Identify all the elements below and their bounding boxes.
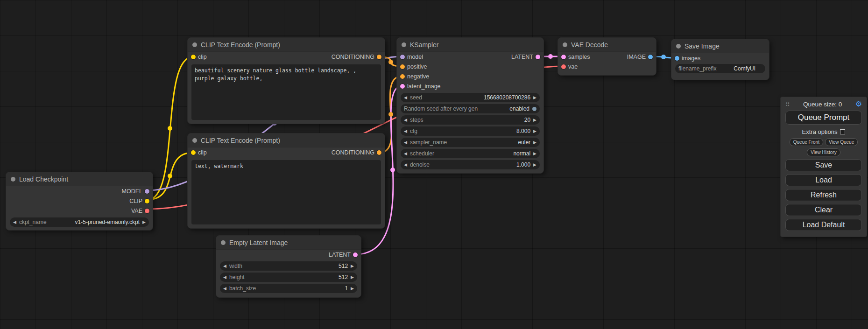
prev-arrow-icon[interactable]: ◀ xyxy=(404,96,407,100)
node-vae-decode[interactable]: VAE Decode samples IMAGE vae xyxy=(557,37,656,76)
width-widget[interactable]: ◀ width 512 ▶ xyxy=(220,261,357,271)
height-widget[interactable]: ◀ height 512 ▶ xyxy=(220,273,357,282)
view-history-button[interactable]: View History xyxy=(807,148,840,156)
negative-input-port[interactable] xyxy=(400,74,405,79)
clear-button[interactable]: Clear xyxy=(785,204,862,216)
queue-size-text: Queue size: xyxy=(803,101,837,108)
widget-label: denoise xyxy=(410,161,430,168)
input-label-clip: clip xyxy=(198,54,207,60)
filename-prefix-widget[interactable]: filename_prefix ComfyUI xyxy=(675,64,765,73)
model-output-port[interactable] xyxy=(145,189,149,194)
vae-input-port[interactable] xyxy=(561,64,566,69)
positive-input-port[interactable] xyxy=(400,64,405,69)
clip-input-port[interactable] xyxy=(191,55,196,59)
random-seed-widget[interactable]: Random seed after every gen enabled xyxy=(401,104,540,113)
queue-buttons-row: Queue Front View Queue xyxy=(785,138,862,146)
slot-row: clip CONDITIONING xyxy=(188,147,385,157)
node-title-bar[interactable]: CLIP Text Encode (Prompt) xyxy=(188,38,385,52)
next-arrow-icon[interactable]: ▶ xyxy=(533,129,536,133)
next-arrow-icon[interactable]: ▶ xyxy=(351,275,354,280)
next-arrow-icon[interactable]: ▶ xyxy=(533,152,536,156)
cfg-widget[interactable]: ◀ cfg 8.000 ▶ xyxy=(401,126,540,136)
prev-arrow-icon[interactable]: ◀ xyxy=(223,275,226,280)
prev-arrow-icon[interactable]: ◀ xyxy=(404,163,407,167)
node-title-bar[interactable]: CLIP Text Encode (Prompt) xyxy=(188,133,385,147)
prev-arrow-icon[interactable]: ◀ xyxy=(404,118,407,122)
save-button[interactable]: Save xyxy=(785,159,862,171)
next-arrow-icon[interactable]: ▶ xyxy=(142,220,146,224)
next-arrow-icon[interactable]: ▶ xyxy=(533,140,536,145)
collapse-dot[interactable] xyxy=(563,42,567,47)
prev-arrow-icon[interactable]: ◀ xyxy=(404,140,407,145)
model-input-port[interactable] xyxy=(400,55,405,59)
node-load-checkpoint[interactable]: Load Checkpoint MODEL CLIP VAE ◀ ckpt_na… xyxy=(6,172,153,231)
node-title-bar[interactable]: Save Image xyxy=(671,39,769,53)
node-save-image[interactable]: Save Image images filename_prefix ComfyU… xyxy=(671,39,769,80)
steps-widget[interactable]: ◀ steps 20 ▶ xyxy=(401,115,540,125)
widget-value: 156680208700286 xyxy=(484,94,530,101)
next-arrow-icon[interactable]: ▶ xyxy=(533,96,536,100)
node-clip-text-encode-positive[interactable]: CLIP Text Encode (Prompt) clip CONDITION… xyxy=(187,37,385,124)
prev-arrow-icon[interactable]: ◀ xyxy=(223,264,226,268)
negative-prompt-textarea[interactable]: text, watermark xyxy=(191,160,381,224)
collapse-dot[interactable] xyxy=(221,240,226,245)
node-title-bar[interactable]: KSampler xyxy=(397,38,543,52)
ckpt-name-widget[interactable]: ◀ ckpt_name v1-5-pruned-emaonly.ckpt ▶ xyxy=(10,217,149,227)
conditioning-output-port[interactable] xyxy=(377,55,381,59)
extra-options-label: Extra options xyxy=(802,128,838,135)
input-label-vae: vae xyxy=(568,63,578,70)
refresh-button[interactable]: Refresh xyxy=(785,189,862,201)
drag-handle-icon[interactable]: ⠿ xyxy=(785,101,790,108)
latent-image-input-port[interactable] xyxy=(400,84,405,89)
queue-front-button[interactable]: Queue Front xyxy=(790,138,823,146)
denoise-widget[interactable]: ◀ denoise 1.000 ▶ xyxy=(401,160,540,169)
output-label-conditioning: CONDITIONING xyxy=(332,149,374,156)
prev-arrow-icon[interactable]: ◀ xyxy=(13,220,16,224)
extra-options-checkbox[interactable] xyxy=(840,129,845,134)
prev-arrow-icon[interactable]: ◀ xyxy=(404,152,407,156)
node-empty-latent-image[interactable]: Empty Latent Image LATENT ◀ width 512 ▶ … xyxy=(216,235,361,298)
collapse-dot[interactable] xyxy=(11,177,15,182)
next-arrow-icon[interactable]: ▶ xyxy=(533,163,536,167)
input-label-clip: clip xyxy=(198,149,207,156)
widget-value: v1-5-pruned-emaonly.ckpt xyxy=(75,219,140,225)
node-clip-text-encode-negative[interactable]: CLIP Text Encode (Prompt) clip CONDITION… xyxy=(187,133,385,229)
settings-gear-icon[interactable]: ⚙ xyxy=(855,100,862,108)
latent-output-port[interactable] xyxy=(536,55,540,59)
collapse-dot[interactable] xyxy=(192,138,197,143)
prev-arrow-icon[interactable]: ◀ xyxy=(404,129,407,133)
seed-widget[interactable]: ◀ seed 156680208700286 ▶ xyxy=(401,93,540,102)
latent-output-port[interactable] xyxy=(353,252,358,257)
prev-arrow-icon[interactable]: ◀ xyxy=(223,287,226,291)
load-button[interactable]: Load xyxy=(785,174,862,186)
clip-output-port[interactable] xyxy=(145,199,149,203)
collapse-dot[interactable] xyxy=(402,42,406,47)
batch-size-widget[interactable]: ◀ batch_size 1 ▶ xyxy=(220,284,357,293)
node-title-bar[interactable]: Load Checkpoint xyxy=(6,172,153,186)
sampler-name-widget[interactable]: ◀ sampler_name euler ▶ xyxy=(401,138,540,147)
load-default-button[interactable]: Load Default xyxy=(785,219,862,231)
collapse-dot[interactable] xyxy=(192,42,197,47)
next-arrow-icon[interactable]: ▶ xyxy=(351,264,354,268)
queue-prompt-button[interactable]: Queue Prompt xyxy=(785,111,862,125)
node-title-bar[interactable]: Empty Latent Image xyxy=(216,236,361,250)
collapse-dot[interactable] xyxy=(676,44,681,49)
toggle-dot[interactable] xyxy=(532,107,536,111)
scheduler-widget[interactable]: ◀ scheduler normal ▶ xyxy=(401,149,540,158)
node-title-bar[interactable]: VAE Decode xyxy=(558,38,656,52)
samples-input-port[interactable] xyxy=(561,55,566,59)
clip-input-port[interactable] xyxy=(191,150,196,155)
next-arrow-icon[interactable]: ▶ xyxy=(533,118,536,122)
positive-prompt-textarea[interactable]: beautiful scenery nature glass bottle la… xyxy=(191,64,381,120)
view-queue-button[interactable]: View Queue xyxy=(825,138,858,146)
images-input-port[interactable] xyxy=(675,56,679,61)
output-label-model: MODEL xyxy=(122,188,142,195)
conditioning-output-port[interactable] xyxy=(377,150,381,155)
next-arrow-icon[interactable]: ▶ xyxy=(351,287,354,291)
vae-output-port[interactable] xyxy=(145,209,149,213)
node-ksampler[interactable]: KSampler model LATENT positive negative … xyxy=(396,37,544,174)
output-label-clip: CLIP xyxy=(129,198,142,204)
image-output-port[interactable] xyxy=(648,55,653,59)
widget-value: 512 xyxy=(339,274,348,280)
input-label-samples: samples xyxy=(568,54,590,60)
